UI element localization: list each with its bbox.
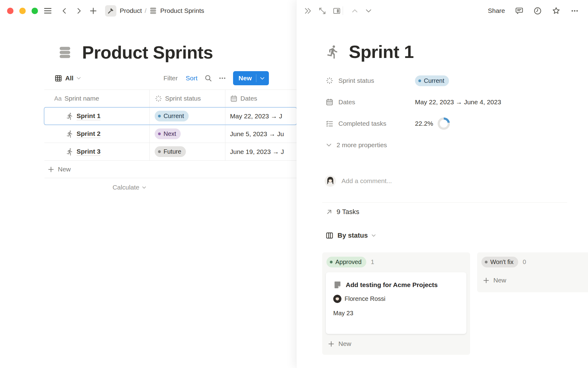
comments-icon[interactable]: [515, 7, 523, 15]
status-property-icon: [326, 77, 334, 85]
column-status-badge[interactable]: Approved: [326, 257, 366, 267]
column-header-dates[interactable]: Dates: [225, 90, 297, 107]
status-badge[interactable]: Next: [155, 128, 181, 139]
comment-placeholder[interactable]: Add a comment...: [341, 177, 392, 185]
add-card-button[interactable]: New: [328, 340, 466, 347]
status-dot: [158, 150, 161, 153]
column-status-badge[interactable]: Won't fix: [481, 257, 518, 267]
property-sprint-status[interactable]: Sprint status Current: [326, 70, 571, 91]
assignee-avatar: [333, 295, 341, 303]
filter-button[interactable]: Filter: [164, 75, 178, 82]
status-dot: [418, 79, 421, 82]
table-header-row: Aa Sprint name Sprint status Dates: [44, 90, 297, 107]
date-range-cell[interactable]: June 5, 2023 → Ju: [230, 130, 284, 138]
status-badge[interactable]: Future: [155, 146, 186, 157]
row-title-link[interactable]: Sprint 3: [77, 148, 100, 156]
new-button-label: New: [239, 75, 252, 82]
database-title-row: Product Sprints: [58, 42, 213, 63]
more-properties-toggle[interactable]: 2 more properties: [326, 134, 571, 156]
chevron-down-icon: [371, 233, 376, 238]
add-card-button[interactable]: New: [483, 277, 587, 284]
share-button[interactable]: Share: [488, 7, 505, 14]
date-range-cell[interactable]: May 22, 2023 → J: [230, 113, 282, 120]
previous-record-icon[interactable]: [351, 7, 359, 15]
calculate-button[interactable]: Calculate: [44, 184, 150, 191]
runner-icon: [66, 130, 74, 138]
dates-value: May 22, 2023 → June 4, 2023: [415, 98, 501, 106]
window-minimize-button[interactable]: [19, 8, 26, 14]
breadcrumb-product[interactable]: Product: [120, 7, 142, 14]
table-row-sprint-3[interactable]: Sprint 3 Future June 19, 2023 → J: [44, 143, 297, 161]
arrow-up-right-icon: [326, 208, 333, 216]
status-dot: [158, 132, 161, 135]
window-topbar: Product / Product Sprints: [7, 0, 204, 21]
plus-icon: [483, 277, 490, 284]
updates-clock-icon[interactable]: [533, 7, 542, 15]
view-tab-all[interactable]: All: [55, 75, 81, 82]
view-name: All: [65, 75, 74, 82]
table-row-sprint-1[interactable]: Sprint 1 Current May 22, 2023 → J: [44, 107, 297, 125]
column-header-sprint-status[interactable]: Sprint status: [150, 90, 225, 107]
sort-button[interactable]: Sort: [186, 75, 198, 82]
date-property-icon: [326, 98, 334, 106]
user-avatar: [325, 175, 336, 187]
chevron-down-icon: [141, 185, 147, 190]
side-peek-mode-icon[interactable]: [333, 7, 341, 15]
runner-icon[interactable]: [326, 44, 340, 59]
window-close-button[interactable]: [7, 8, 13, 14]
nav-back-icon[interactable]: [61, 7, 68, 15]
table-new-row-button[interactable]: New: [44, 161, 297, 178]
favorite-star-icon[interactable]: [552, 6, 560, 15]
expand-page-icon[interactable]: [318, 7, 326, 15]
board-view-tab[interactable]: By status: [326, 228, 376, 243]
database-title-icon[interactable]: [58, 45, 72, 59]
date-range-cell[interactable]: June 19, 2023 → J: [230, 148, 284, 155]
card-title[interactable]: Add testing for Acme Projects: [346, 280, 438, 289]
toolbar-divider: [343, 6, 343, 15]
column-header-sprint-name[interactable]: Aa Sprint name: [44, 90, 150, 107]
status-dot: [485, 261, 488, 263]
new-page-icon[interactable]: [89, 7, 97, 15]
kanban-column-approved: Approved 1 Add testing for Acme Projects…: [322, 252, 470, 355]
kanban-column-wont-fix: Won't fix 0 New: [477, 252, 588, 292]
new-button-divider: [256, 74, 256, 82]
sidebar-toggle-icon[interactable]: [43, 6, 52, 15]
more-options-icon[interactable]: [218, 74, 226, 82]
property-completed-tasks[interactable]: Completed tasks 22.2%: [326, 113, 571, 134]
status-badge[interactable]: Current: [155, 111, 189, 121]
chevron-down-icon: [326, 142, 332, 148]
breadcrumb-current[interactable]: Product Sprints: [160, 7, 204, 14]
nav-forward-icon[interactable]: [75, 7, 83, 15]
peek-title-row: Sprint 1: [326, 41, 414, 62]
peek-topbar: Share: [296, 0, 588, 21]
property-dates[interactable]: Dates May 22, 2023 → June 4, 2023: [326, 91, 571, 113]
status-dot: [158, 115, 161, 117]
section-divider: [322, 202, 567, 203]
page-title: Product Sprints: [82, 42, 213, 63]
new-button[interactable]: New: [233, 71, 269, 85]
next-record-icon[interactable]: [365, 7, 372, 15]
page-doc-icon: [333, 281, 342, 289]
search-icon[interactable]: [204, 74, 212, 82]
page-options-icon[interactable]: [571, 7, 579, 15]
window-zoom-button[interactable]: [32, 8, 38, 14]
row-title-link[interactable]: Sprint 1: [77, 112, 100, 120]
row-title-link[interactable]: Sprint 2: [77, 130, 100, 138]
peek-page-title[interactable]: Sprint 1: [349, 41, 414, 62]
product-page-icon[interactable]: [105, 5, 116, 17]
table-row-sprint-2[interactable]: Sprint 2 Next June 5, 2023 → Ju: [44, 125, 297, 143]
runner-icon: [66, 148, 74, 156]
comment-composer[interactable]: Add a comment...: [325, 172, 392, 190]
breadcrumb-separator: /: [145, 7, 146, 14]
notion-window: Product / Product Sprints Product Sprint…: [0, 0, 588, 368]
completed-percent-value: 22.2%: [415, 120, 433, 127]
checklist-property-icon: [326, 120, 334, 128]
status-badge[interactable]: Current: [415, 75, 449, 86]
table-view-icon: [55, 75, 62, 82]
close-peek-icon[interactable]: [304, 7, 312, 15]
chevron-down-icon: [76, 75, 81, 81]
kanban-card[interactable]: Add testing for Acme Projects Florence R…: [326, 272, 466, 334]
date-property-icon: [230, 95, 238, 102]
tasks-linked-db-link[interactable]: 9 Tasks: [326, 205, 359, 219]
new-button-chevron-icon[interactable]: [259, 75, 265, 81]
